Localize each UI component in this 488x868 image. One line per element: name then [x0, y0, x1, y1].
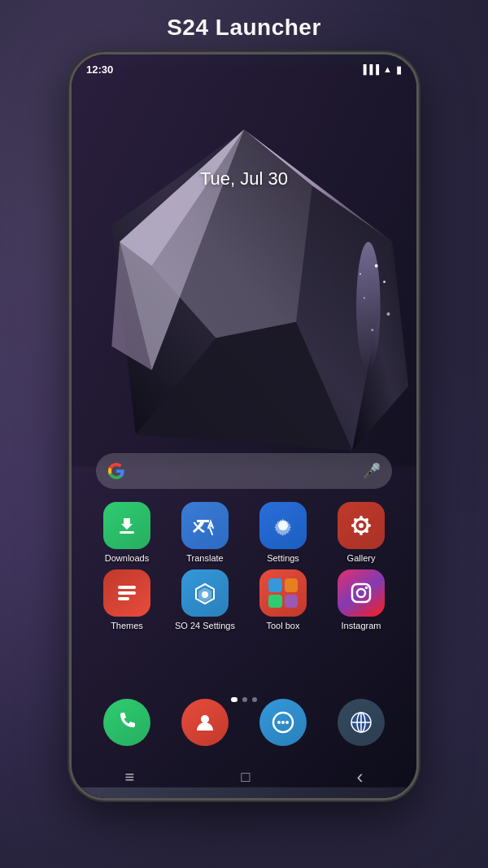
wifi-icon: ▲ — [383, 64, 392, 74]
app-label-gallery: Gallery — [347, 553, 376, 563]
svg-point-31 — [202, 591, 208, 598]
svg-point-26 — [354, 530, 357, 533]
battery-icon: ▮ — [396, 63, 402, 76]
app-grid: Downloads Translate — [88, 502, 400, 637]
app-icon-instagram — [338, 569, 385, 617]
search-bar[interactable]: 🎤 — [96, 453, 392, 489]
downloads-icon — [115, 513, 139, 538]
toolbox-cell-3 — [268, 595, 282, 608]
svg-point-10 — [375, 264, 378, 268]
instagram-icon-svg — [349, 581, 373, 605]
svg-point-12 — [364, 297, 365, 299]
date-display: Tue, Jul 30 — [72, 168, 416, 190]
phone-screen: 12:30 ▐▐▐ ▲ ▮ Tue, Jul 30 🎤 — [72, 55, 416, 798]
toolbox-grid — [268, 578, 298, 608]
app-label-settings: Settings — [267, 553, 299, 563]
svg-point-23 — [368, 524, 371, 527]
dock — [88, 699, 400, 746]
contacts-icon — [194, 711, 216, 734]
svg-rect-28 — [118, 586, 136, 589]
settings-icon-svg — [270, 513, 296, 539]
app-item-settings[interactable]: Settings — [251, 502, 316, 563]
mic-icon[interactable]: 🎤 — [363, 462, 381, 480]
wallpaper-svg — [72, 55, 416, 798]
phone-frame: 12:30 ▐▐▐ ▲ ▮ Tue, Jul 30 🎤 — [69, 52, 419, 800]
wallpaper — [72, 55, 416, 798]
svg-point-15 — [359, 273, 361, 275]
app-row-2: Themes SO 24 Settings — [88, 569, 400, 630]
app-icon-so24 — [181, 569, 229, 617]
app-item-themes[interactable]: Themes — [94, 569, 159, 630]
app-icon-translate — [181, 502, 229, 549]
app-label-so24: SO 24 Settings — [175, 621, 235, 630]
so24-icon-svg — [193, 581, 217, 605]
svg-point-25 — [365, 518, 368, 521]
svg-point-34 — [365, 587, 368, 590]
app-item-gallery[interactable]: Gallery — [329, 502, 394, 563]
nav-home-btn[interactable]: □ — [241, 769, 250, 786]
themes-icon-svg — [115, 581, 139, 605]
toolbox-cell-4 — [285, 595, 298, 608]
app-item-downloads[interactable]: Downloads — [94, 502, 159, 563]
app-icon-toolbox — [259, 569, 307, 617]
google-logo — [107, 462, 125, 480]
app-label-translate: Translate — [186, 553, 223, 563]
svg-rect-17 — [120, 531, 134, 534]
nav-bar: ≡ □ ‹ — [72, 756, 416, 798]
app-label-downloads: Downloads — [105, 553, 149, 563]
svg-point-13 — [387, 312, 390, 316]
svg-point-21 — [359, 532, 363, 535]
translate-icon-svg — [191, 512, 219, 539]
toolbox-cell-2 — [285, 578, 298, 592]
messages-icon — [271, 710, 295, 735]
browser-icon — [349, 710, 373, 735]
svg-point-14 — [371, 329, 373, 331]
dock-phone[interactable] — [103, 699, 150, 746]
nav-back-btn[interactable]: ‹ — [356, 765, 363, 788]
dock-browser[interactable] — [338, 699, 385, 746]
svg-rect-29 — [118, 591, 136, 595]
app-item-translate[interactable]: Translate — [172, 502, 237, 563]
app-label-themes: Themes — [111, 621, 143, 630]
toolbox-cell-1 — [268, 578, 282, 592]
phone-icon — [115, 711, 138, 734]
status-icons: ▐▐▐ ▲ ▮ — [360, 63, 402, 76]
svg-point-24 — [354, 518, 357, 521]
svg-rect-30 — [118, 597, 129, 600]
svg-point-37 — [277, 721, 281, 724]
app-icon-downloads — [103, 502, 150, 549]
svg-point-22 — [351, 524, 355, 527]
app-item-toolbox[interactable]: Tool box — [251, 569, 316, 630]
dock-contacts[interactable] — [181, 699, 229, 746]
svg-point-35 — [201, 715, 209, 723]
status-time: 12:30 — [86, 63, 113, 76]
app-item-instagram[interactable]: Instagram — [329, 569, 394, 630]
svg-point-38 — [281, 721, 285, 724]
svg-point-33 — [357, 589, 365, 597]
gallery-icon-svg — [349, 513, 373, 538]
page-title: S24 Launcher — [167, 15, 321, 41]
app-label-instagram: Instagram — [342, 621, 381, 630]
nav-menu-btn[interactable]: ≡ — [125, 768, 135, 787]
app-icon-themes — [103, 569, 150, 617]
app-row-1: Downloads Translate — [88, 502, 400, 563]
app-label-toolbox: Tool box — [267, 621, 300, 630]
signal-icon: ▐▐▐ — [360, 64, 379, 74]
svg-point-27 — [365, 530, 368, 533]
dock-messages[interactable] — [259, 699, 307, 746]
status-bar: 12:30 ▐▐▐ ▲ ▮ — [72, 55, 416, 84]
app-icon-gallery — [338, 502, 385, 549]
app-item-so24[interactable]: SO 24 Settings — [172, 569, 237, 630]
svg-point-39 — [285, 721, 289, 724]
svg-point-11 — [383, 281, 386, 283]
svg-point-19 — [359, 523, 364, 528]
svg-point-9 — [356, 242, 381, 370]
app-icon-settings — [259, 502, 307, 549]
svg-point-20 — [359, 516, 363, 519]
